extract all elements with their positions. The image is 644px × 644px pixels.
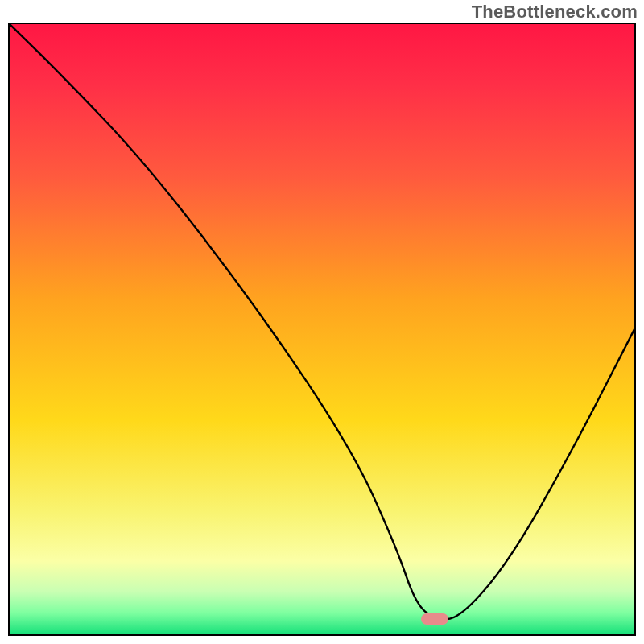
optimal-marker bbox=[421, 613, 448, 625]
bottleneck-curve bbox=[10, 24, 634, 634]
chart-root: TheBottleneck.com bbox=[0, 0, 644, 644]
watermark-text: TheBottleneck.com bbox=[472, 2, 638, 23]
plot-area bbox=[8, 23, 636, 636]
